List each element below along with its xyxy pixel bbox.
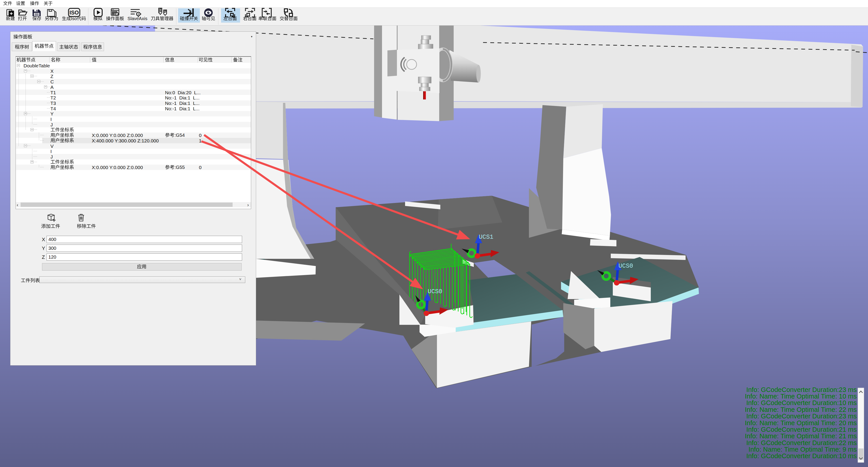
svg-text:Info: Name: Time Optimal Time:: Info: Name: Time Optimal Time: 9 ms [748,446,857,453]
svg-text::G54: :G54 [175,132,185,138]
svg-text:Info: GCodeConverter Duration:: Info: GCodeConverter Duration:22 ms [746,439,857,446]
svg-text:UCS1: UCS1 [479,234,493,241]
svg-text:SlaveAxis: SlaveAxis [127,16,147,21]
svg-text:Info: Name: Time Optimal Time:: Info: Name: Time Optimal Time: 10 ms [745,393,857,400]
svg-text:Info: GCodeConverter Duration:: Info: GCodeConverter Duration:10 ms [746,399,857,406]
svg-text:Info: Name: Time Optimal Time:: Info: Name: Time Optimal Time: 21 ms [745,432,857,440]
svg-text:Iso: Iso [71,16,77,21]
svg-text::G55: :G55 [175,164,185,170]
svg-text:UCS0: UCS0 [618,263,633,270]
svg-text:Info: GCodeConverter Duration:: Info: GCodeConverter Duration:23 ms [746,386,857,393]
svg-text:Info: GCodeConverter Duration:: Info: GCodeConverter Duration:10 ms [746,452,857,460]
svg-text:ISO: ISO [69,9,79,15]
svg-text:Info: Name: Time Optimal Time:: Info: Name: Time Optimal Time: 22 ms [745,406,857,413]
svg-text:Info: GCodeConverter Duration:: Info: GCodeConverter Duration:21 ms [746,426,857,433]
svg-text:Info: GCodeConverter Duration:: Info: GCodeConverter Duration:23 ms [746,412,857,420]
svg-text:Info: Name: Time Optimal Time:: Info: Name: Time Optimal Time: 20 ms [745,419,857,427]
svg-text:UCS0: UCS0 [428,288,442,295]
